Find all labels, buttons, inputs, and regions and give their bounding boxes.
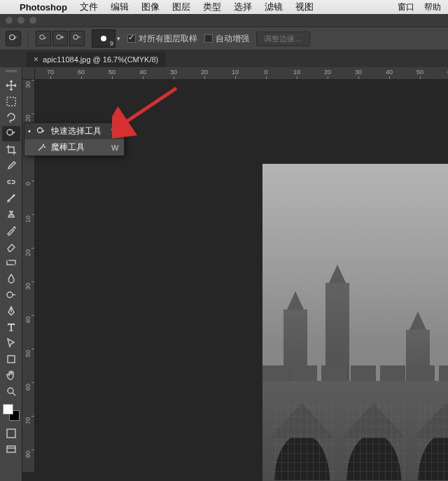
brush-tool[interactable] [2,190,20,206]
ruler-tick: 60 [22,382,35,416]
flyout-item-shortcut: W [111,127,118,136]
quick-mask-toggle[interactable] [2,426,20,441]
ruler-tick: 50 [97,67,127,80]
ruler-tick: 40 [22,315,35,349]
ruler-tick: 10 [220,67,251,80]
svg-point-14 [38,127,43,132]
ruler-tick: 30 [22,281,35,315]
auto-enhance-checkbox[interactable]: 自动增强 [204,33,249,45]
options-bar: 9 ▾ 对所有图层取样 自动增强 调整边缘… [0,27,448,50]
flyout-item-shortcut: W [111,144,118,152]
refine-edge-button[interactable]: 调整边缘… [256,32,310,46]
flyout-magic-wand-tool[interactable]: 魔棒工具 W [24,139,124,155]
menubar-select[interactable]: 选择 [234,1,252,13]
ruler-tick: 10 [22,214,35,248]
flyout-item-label: 快速选择工具 [51,125,102,137]
chevron-down-icon[interactable]: ▾ [117,35,120,42]
current-tool-icon[interactable] [6,31,21,46]
magic-wand-icon [36,142,47,153]
zoom-tool[interactable] [2,384,20,399]
quick-selection-tool[interactable] [2,126,20,141]
menubar-help[interactable]: 帮助 [424,1,441,13]
quick-selection-icon [36,126,47,137]
menubar-edit[interactable]: 编辑 [111,1,129,13]
document-image [262,164,448,481]
menubar-image[interactable]: 图像 [141,1,160,13]
flyout-item-label: 魔棒工具 [51,141,102,153]
blur-tool[interactable] [2,271,20,286]
lasso-tool[interactable] [2,110,20,125]
ruler-tick: 30 [343,67,374,80]
ruler-tick: 10 [281,67,312,80]
svg-rect-13 [7,446,15,452]
tools-panel [0,67,22,481]
shape-tool[interactable] [2,351,20,367]
ruler-tick: 0 [22,181,35,214]
document-tab-title: apic11084.jpg @ 16.7%(CMYK/8) [43,55,158,64]
mode-new-selection-button[interactable] [36,31,51,46]
ruler-tick: 20 [22,248,35,281]
menubar-view[interactable]: 视图 [295,1,314,13]
history-brush-tool[interactable] [2,223,20,238]
mac-menubar: Photoshop 文件 编辑 图像 图层 类型 选择 滤镜 视图 窗口 帮助 [0,0,448,14]
dodge-tool[interactable] [2,287,20,302]
document-tab[interactable]: × apic11084.jpg @ 16.7%(CMYK/8) [27,52,165,67]
svg-point-12 [9,431,13,435]
svg-rect-11 [7,429,15,438]
menubar-window[interactable]: 窗口 [398,1,414,13]
document-tab-bar: × apic11084.jpg @ 16.7%(CMYK/8) [0,50,448,67]
hand-tool[interactable] [2,368,20,383]
tab-close-icon[interactable]: × [34,55,38,64]
ruler-tick: 40 [374,67,405,80]
brush-preset-picker[interactable]: 9 [92,29,115,48]
ruler-tick: 40 [127,67,158,80]
ruler-tick: 50 [22,349,35,382]
ruler-tick: 30 [22,80,35,113]
sample-all-layers-checkbox[interactable]: 对所有图层取样 [127,33,197,45]
healing-brush-tool[interactable] [2,174,20,190]
svg-point-5 [7,130,13,135]
panel-grip[interactable] [4,70,18,74]
path-selection-tool[interactable] [2,335,20,351]
window-titlebar [0,14,448,27]
menubar-layer[interactable]: 图层 [172,1,190,13]
menubar-app-name[interactable]: Photoshop [20,2,67,13]
menubar-type[interactable]: 类型 [203,1,221,13]
eraser-tool[interactable] [2,239,20,254]
move-tool[interactable] [2,78,20,93]
window-close-button[interactable] [6,17,13,24]
window-minimize-button[interactable] [18,17,24,24]
auto-enhance-label: 自动增强 [216,34,249,43]
foreground-color-swatch[interactable] [3,404,13,414]
menubar-file[interactable]: 文件 [80,1,98,13]
svg-point-1 [40,35,44,39]
crop-tool[interactable] [2,142,20,158]
clone-stamp-tool[interactable] [2,207,20,222]
svg-point-8 [7,292,13,298]
ruler-tick: 60 [66,67,97,80]
separator [28,31,29,46]
pen-tool[interactable] [2,303,20,319]
tool-flyout-menu: • 快速选择工具 W 魔棒工具 W [24,123,125,156]
flyout-quick-selection-tool[interactable]: • 快速选择工具 W [24,123,124,139]
gradient-tool[interactable] [2,255,20,270]
ruler-origin[interactable] [22,67,35,80]
sample-all-layers-label: 对所有图层取样 [139,34,197,43]
ruler-tick: 30 [158,67,189,80]
mode-subtract-selection-button[interactable] [69,31,85,46]
horizontal-ruler[interactable]: 706050403020100102030405060 [35,67,448,80]
type-tool[interactable] [2,319,20,335]
svg-point-3 [74,35,78,39]
svg-rect-4 [7,97,15,106]
ruler-tick: 60 [435,67,448,80]
window-zoom-button[interactable] [29,17,36,24]
ruler-tick: 70 [35,67,66,80]
eyedropper-tool[interactable] [2,158,20,174]
color-swatches[interactable] [3,404,20,421]
brush-size-value: 9 [110,40,113,47]
screen-mode-button[interactable] [2,442,20,457]
mode-add-selection-button[interactable] [52,31,68,46]
marquee-tool[interactable] [2,94,20,109]
ruler-tick: 80 [22,449,35,472]
menubar-filter[interactable]: 滤镜 [265,1,283,13]
